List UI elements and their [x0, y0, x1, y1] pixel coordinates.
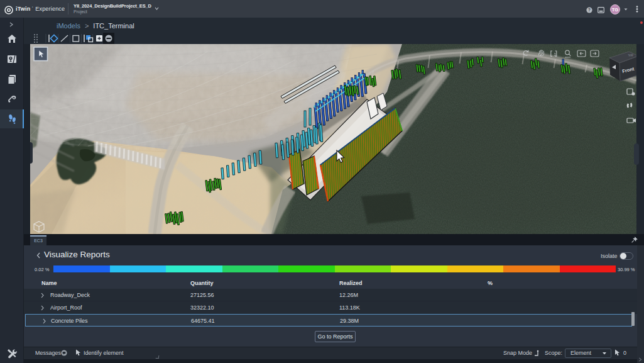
svg-text:1: 1: [554, 52, 557, 57]
svg-text:?: ?: [588, 8, 591, 12]
